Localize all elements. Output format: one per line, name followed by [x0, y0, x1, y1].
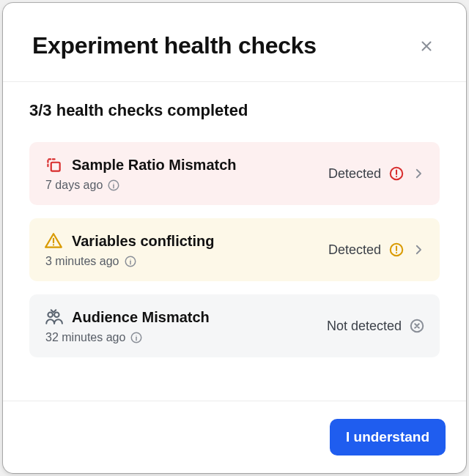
check-title-row: Audience Mismatch — [44, 308, 210, 327]
checks-summary: 3/3 health checks completed — [29, 101, 440, 120]
check-left: Variables conflicting 3 minutes ago — [44, 231, 215, 268]
warning-triangle-icon — [44, 231, 63, 250]
check-timestamp: 3 minutes ago — [45, 255, 119, 268]
check-card-audience[interactable]: Audience Mismatch 32 minutes ago Not det… — [29, 294, 440, 357]
close-icon — [418, 38, 435, 54]
modal-footer: I understand — [3, 401, 466, 473]
chevron-right-icon — [412, 167, 425, 180]
audience-icon — [44, 308, 63, 327]
svg-point-13 — [136, 335, 137, 335]
svg-point-11 — [54, 313, 59, 318]
modal-body: 3/3 health checks completed Sample Ratio… — [3, 82, 466, 401]
svg-point-5 — [53, 244, 54, 245]
check-card-variables[interactable]: Variables conflicting 3 minutes ago Dete… — [29, 218, 440, 281]
status-text: Not detected — [327, 319, 402, 334]
svg-point-10 — [48, 313, 53, 318]
svg-point-9 — [396, 252, 397, 253]
chevron-right-icon — [412, 243, 425, 256]
close-button[interactable] — [416, 36, 437, 56]
modal-header: Experiment health checks — [3, 3, 466, 82]
modal-title: Experiment health checks — [32, 32, 317, 59]
check-title-row: Variables conflicting — [44, 231, 215, 250]
check-title: Variables conflicting — [72, 233, 215, 250]
check-meta: 3 minutes ago — [44, 255, 215, 268]
check-title-row: Sample Ratio Mismatch — [44, 155, 237, 174]
check-meta: 32 minutes ago — [44, 331, 210, 344]
svg-point-4 — [396, 176, 397, 177]
info-icon[interactable] — [124, 255, 137, 268]
status-text: Detected — [328, 166, 381, 182]
i-understand-button[interactable]: I understand — [330, 419, 446, 455]
check-title: Sample Ratio Mismatch — [72, 157, 237, 174]
check-left: Audience Mismatch 32 minutes ago — [44, 308, 210, 344]
svg-rect-0 — [51, 163, 60, 171]
status-text: Detected — [328, 242, 381, 258]
x-circle-icon — [409, 318, 425, 334]
check-title: Audience Mismatch — [72, 309, 210, 326]
check-timestamp: 7 days ago — [45, 179, 103, 192]
health-checks-modal: Experiment health checks 3/3 health chec… — [3, 3, 466, 473]
check-left: Sample Ratio Mismatch 7 days ago — [44, 155, 237, 192]
svg-point-7 — [130, 259, 130, 259]
alert-circle-icon — [388, 166, 405, 182]
check-meta: 7 days ago — [44, 179, 237, 192]
svg-point-2 — [114, 182, 114, 183]
info-icon[interactable] — [107, 179, 120, 192]
alert-circle-icon — [388, 242, 405, 258]
check-card-srm[interactable]: Sample Ratio Mismatch 7 days ago Detecte… — [29, 142, 440, 205]
check-timestamp: 32 minutes ago — [45, 331, 125, 344]
info-icon[interactable] — [130, 331, 143, 344]
check-right: Detected — [328, 242, 425, 258]
check-right: Not detected — [327, 318, 425, 334]
check-right: Detected — [328, 166, 425, 182]
srm-icon — [44, 155, 63, 174]
